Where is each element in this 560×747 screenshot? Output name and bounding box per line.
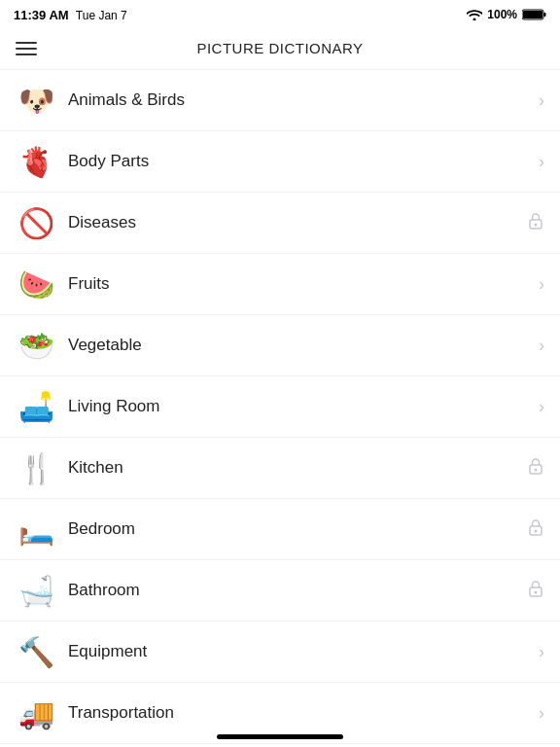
battery-text: 100%	[487, 8, 517, 21]
menu-button[interactable]	[16, 42, 37, 55]
bedroom-lock-icon	[527, 517, 544, 542]
bathroom-icon: 🛁	[16, 570, 56, 611]
fruits-chevron-icon: ›	[539, 274, 544, 295]
list-item-bathroom[interactable]: 🛁Bathroom	[0, 560, 560, 622]
header: PICTURE DICTIONARY	[0, 27, 560, 70]
svg-point-4	[535, 223, 538, 226]
equipment-chevron-icon: ›	[539, 642, 544, 662]
vegetable-chevron-icon: ›	[539, 336, 544, 356]
fruits-icon: 🍉	[16, 264, 56, 304]
living-room-chevron-icon: ›	[539, 397, 544, 417]
list-item-equipment[interactable]: 🔨Equipment›	[0, 622, 560, 683]
bathroom-label: Bathroom	[68, 581, 527, 600]
list-item-vegetable[interactable]: 🥗Vegetable›	[0, 315, 560, 376]
vegetable-icon: 🥗	[16, 325, 56, 366]
status-bar: 11:39 AM Tue Jan 7 100%	[0, 0, 560, 27]
kitchen-lock-icon	[527, 456, 544, 480]
status-icons: 100%	[467, 8, 546, 21]
diseases-icon: 🚫	[16, 202, 56, 243]
list-item-diseases[interactable]: 🚫Diseases	[0, 193, 560, 254]
list-item-living-room[interactable]: 🛋️Living Room›	[0, 376, 560, 438]
vegetable-label: Vegetable	[68, 336, 539, 355]
wifi-icon	[467, 9, 482, 20]
battery-icon	[522, 9, 546, 20]
bedroom-label: Bedroom	[68, 519, 527, 539]
transportation-icon: 🚚	[16, 693, 56, 733]
svg-point-6	[535, 468, 538, 471]
category-list: 🐶Animals & Birds›🫀Body Parts›🚫Diseases 🍉…	[0, 70, 560, 747]
diseases-lock-icon	[527, 211, 544, 235]
svg-rect-1	[523, 11, 542, 18]
list-item-body-parts[interactable]: 🫀Body Parts›	[0, 131, 560, 193]
page-title: PICTURE DICTIONARY	[196, 40, 363, 56]
transportation-chevron-icon: ›	[539, 703, 544, 724]
body-parts-label: Body Parts	[68, 152, 539, 171]
animals-icon: 🐶	[16, 80, 56, 121]
body-parts-icon: 🫀	[16, 141, 56, 182]
bedroom-icon: 🛏️	[16, 509, 56, 550]
svg-point-8	[535, 529, 538, 532]
list-item-fruits[interactable]: 🍉Fruits›	[0, 254, 560, 315]
status-time: 11:39 AM Tue Jan 7	[14, 8, 127, 22]
living-room-icon: 🛋️	[16, 386, 56, 427]
fruits-label: Fruits	[68, 274, 539, 294]
home-indicator	[217, 734, 343, 739]
living-room-label: Living Room	[68, 397, 539, 416]
list-item-bedroom[interactable]: 🛏️Bedroom	[0, 499, 560, 560]
list-item-animals[interactable]: 🐶Animals & Birds›	[0, 70, 560, 131]
kitchen-icon: 🍴	[16, 447, 56, 488]
list-item-kitchen[interactable]: 🍴Kitchen	[0, 438, 560, 499]
svg-rect-2	[543, 13, 546, 17]
kitchen-label: Kitchen	[68, 458, 527, 478]
equipment-icon: 🔨	[16, 631, 56, 672]
animals-chevron-icon: ›	[539, 90, 544, 111]
animals-label: Animals & Birds	[68, 90, 539, 110]
body-parts-chevron-icon: ›	[539, 152, 544, 172]
bathroom-lock-icon	[527, 579, 544, 603]
equipment-label: Equipment	[68, 642, 539, 661]
transportation-label: Transportation	[68, 703, 539, 723]
diseases-label: Diseases	[68, 213, 527, 232]
svg-point-10	[535, 590, 538, 593]
